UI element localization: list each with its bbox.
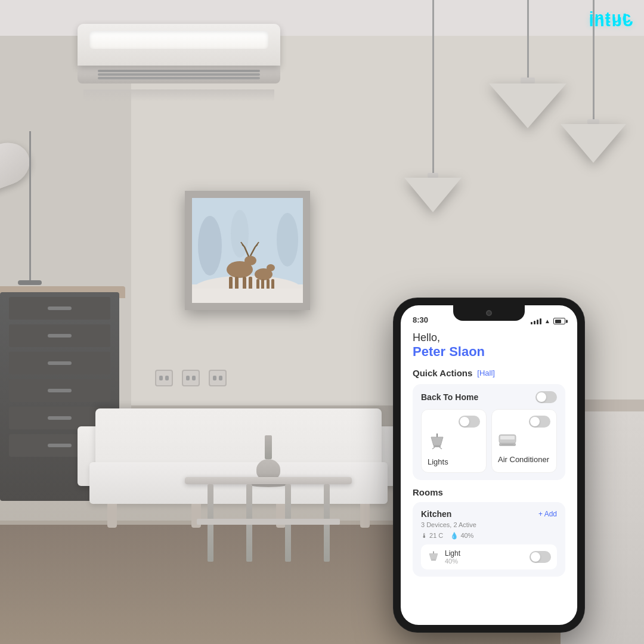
svg-rect-23 [261,279,264,290]
add-button[interactable]: + Add [538,510,557,518]
room-device-left: Light 40% [427,549,460,565]
kitchen-room-card: Kitchen + Add 3 Devices, 2 Active 🌡 21 C… [413,502,565,577]
logo-label: intuc [589,8,632,26]
outlet-hole [213,376,216,380]
lights-icon [428,432,447,451]
phone-notch [453,305,525,321]
room-light-toggle[interactable] [530,551,551,563]
room-light-icon [427,550,440,564]
ac-icon [498,432,517,449]
svg-rect-24 [267,279,270,290]
svg-rect-22 [256,279,259,290]
status-icons: ▲ [531,318,565,324]
ac-card: Air Conditioner [491,409,557,473]
ac-card-header [498,416,550,428]
bth-toggle-knob [537,392,546,402]
cabinet-handle [48,361,72,365]
sofa-leg [360,504,370,528]
wifi-icon: ▲ [544,318,550,324]
room-stats: 🌡 21 C 💧 40% [421,532,557,540]
pendant-light-1 [489,0,566,128]
room-temp: 🌡 21 C [421,532,443,540]
svg-rect-21 [267,268,271,275]
cabinet-handle [48,444,72,447]
rooms-title: Rooms [413,487,565,497]
svg-marker-28 [431,437,443,445]
lights-name: Lights [428,457,480,466]
floor-lamp-base [18,280,42,285]
outlet-holes-3 [213,376,222,380]
cabinet-handle [48,389,72,392]
svg-line-31 [439,447,442,449]
pendant-light-3 [404,0,462,212]
outlet-1 [155,370,173,386]
quick-actions-label: Quick Actions [413,368,472,378]
room-tag: [Hall] [477,369,495,377]
lights-card-header [428,416,480,428]
cabinet-drawer-4 [9,379,110,402]
cabinet-handle [48,416,72,420]
lights-card: Lights [421,409,487,473]
svg-rect-38 [431,559,436,561]
ac-unit [78,24,280,89]
deer-scene [192,198,303,303]
room-info: 3 Devices, 2 Active [421,521,557,528]
svg-rect-8 [244,261,251,271]
room-device-percent: 40% [445,558,460,565]
signal-bar-3 [537,320,538,324]
floor-lamp-pole [29,131,31,280]
outlet-holes-2 [186,376,196,380]
coffee-table-top [185,477,352,484]
coffee-table [185,477,352,561]
wall-outlets [155,370,227,386]
svg-rect-26 [192,289,303,303]
signal-bar-2 [534,321,535,324]
back-to-home-card: Back To Home [413,384,565,480]
svg-rect-25 [271,279,274,290]
kitchen-name: Kitchen [421,509,451,519]
notch-camera [486,310,492,316]
outlet-2 [182,370,200,386]
phone-container: 8:30 ▲ Hello, Peter Slaon [394,298,584,632]
svg-line-30 [432,447,435,449]
bth-title: Back To Home [421,392,478,402]
sofa-leg [107,504,117,528]
floor-lamp [18,131,42,285]
lights-toggle-knob [460,417,469,426]
outlet-hole [192,376,196,380]
device-cards: Lights [421,409,557,473]
battery-fill [555,320,562,323]
ac-toggle[interactable] [529,416,550,428]
picture-frame [185,191,310,310]
coffee-table-shelf [197,519,340,525]
status-time: 8:30 [413,315,428,324]
signal-bar-4 [540,318,541,324]
quick-actions-header: Quick Actions [Hall] [413,368,565,378]
cabinet-handle [48,334,72,338]
ac-body [78,24,280,66]
signal-bars [531,318,541,324]
svg-rect-29 [434,445,441,447]
vase-neck [265,435,272,459]
greeting-prefix: Hello, [413,332,565,344]
lights-toggle[interactable] [459,416,480,428]
greeting-name: Peter Slaon [413,344,565,360]
outlet-3 [209,370,227,386]
app-content[interactable]: Hello, Peter Slaon Quick Actions [Hall] … [401,327,577,625]
phone-frame: 8:30 ▲ Hello, Peter Slaon [394,298,584,632]
bth-toggle[interactable] [535,391,557,403]
battery-icon [553,318,565,324]
svg-point-2 [277,213,298,267]
ac-vent [78,66,280,83]
svg-marker-37 [429,554,438,560]
outlet-hole [165,376,169,380]
svg-rect-33 [500,436,515,439]
outlet-hole [219,376,222,380]
ac-fins [83,89,274,101]
cabinet-drawer-2 [9,324,110,347]
picture-inner [192,198,303,303]
room-device-name: Light [445,549,460,558]
room-device-info: Light 40% [445,549,460,565]
outlet-hole [159,376,163,380]
room-humidity: 💧 40% [450,532,473,540]
